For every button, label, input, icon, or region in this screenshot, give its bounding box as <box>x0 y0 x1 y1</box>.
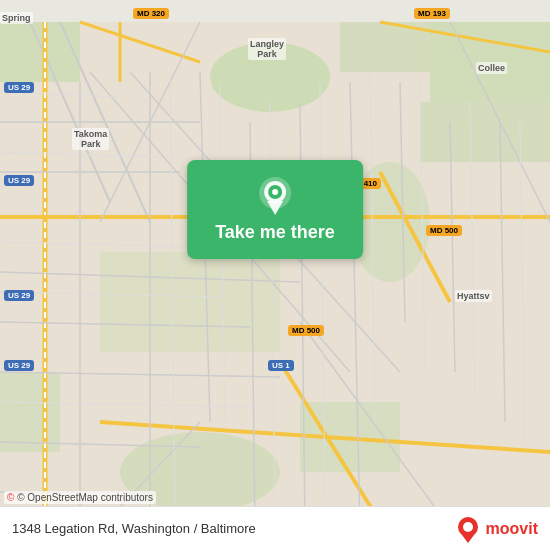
label-spring: Spring <box>0 12 33 24</box>
svg-point-63 <box>463 522 473 532</box>
moovit-logo: moovit <box>454 515 538 543</box>
cta-label: Take me there <box>215 222 335 243</box>
moovit-logo-icon <box>454 515 482 543</box>
label-collee: Collee <box>476 62 507 74</box>
cta-button-container: Take me there <box>187 160 363 259</box>
shield-us29-2: US 29 <box>4 175 34 186</box>
map-container: Spring LangleyPark TakomaPark Hyattsv Co… <box>0 0 550 550</box>
label-hyatts: Hyattsv <box>455 290 492 302</box>
label-takoma: TakomaPark <box>72 128 109 150</box>
shield-us29-1: US 29 <box>4 82 34 93</box>
svg-marker-61 <box>267 201 283 215</box>
svg-rect-5 <box>420 102 550 162</box>
shield-md320: MD 320 <box>133 8 169 19</box>
svg-marker-64 <box>462 535 474 543</box>
svg-point-60 <box>272 189 278 195</box>
address-text: 1348 Legation Rd, Washington / Baltimore <box>12 521 446 536</box>
moovit-text: moovit <box>486 520 538 538</box>
bottom-bar: 1348 Legation Rd, Washington / Baltimore… <box>0 506 550 550</box>
shield-us29-4: US 29 <box>4 360 34 371</box>
svg-rect-7 <box>0 372 60 452</box>
map-background <box>0 0 550 550</box>
shield-md500-2: MD 500 <box>288 325 324 336</box>
shield-md193: MD 193 <box>414 8 450 19</box>
label-langley: LangleyPark <box>248 38 286 60</box>
svg-rect-1 <box>0 22 80 82</box>
attribution: © © OpenStreetMap contributors <box>4 491 156 504</box>
pin-icon <box>257 178 293 214</box>
shield-us29-3: US 29 <box>4 290 34 301</box>
shield-md500-1: MD 500 <box>426 225 462 236</box>
take-me-there-button[interactable]: Take me there <box>187 160 363 259</box>
shield-us1: US 1 <box>268 360 294 371</box>
